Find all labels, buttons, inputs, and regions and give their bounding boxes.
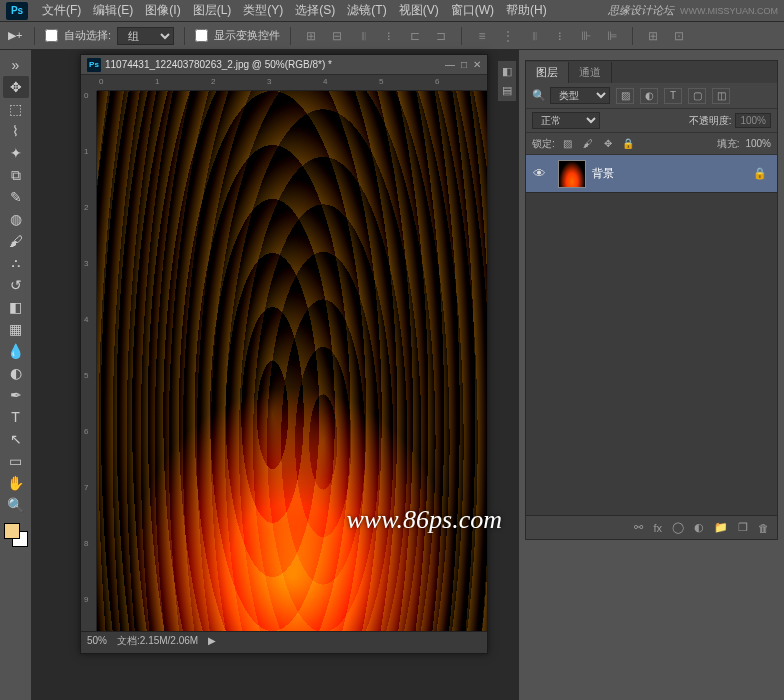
eraser-tool[interactable]: ◧ <box>3 296 29 318</box>
canvas[interactable] <box>97 91 487 631</box>
status-arrow-icon[interactable]: ▶ <box>208 635 216 646</box>
menu-help[interactable]: 帮助(H) <box>500 2 553 19</box>
marquee-tool[interactable]: ⬚ <box>3 98 29 120</box>
tab-layers[interactable]: 图层 <box>526 62 569 83</box>
lock-pixels-icon[interactable]: 🖌 <box>581 138 595 149</box>
menu-image[interactable]: 图像(I) <box>139 2 186 19</box>
color-swatches[interactable] <box>3 522 29 548</box>
align-icon[interactable]: ⫶ <box>379 26 399 46</box>
distribute-icon[interactable]: ⫴ <box>524 26 544 46</box>
document-tab[interactable]: Ps 11074431_122403780263_2.jpg @ 50%(RGB… <box>81 55 487 75</box>
doc-size-label: 文档:2.15M/2.06M <box>117 634 198 648</box>
layer-filter-row: 🔍 类型 ▨ ◐ T ▢ ◫ <box>526 83 777 109</box>
document-window: Ps 11074431_122403780263_2.jpg @ 50%(RGB… <box>80 54 488 654</box>
distribute-icon[interactable]: ⊪ <box>576 26 596 46</box>
visibility-eye-icon[interactable]: 👁 <box>526 166 552 181</box>
menu-view[interactable]: 视图(V) <box>393 2 445 19</box>
filter-smart-icon[interactable]: ◫ <box>712 88 730 104</box>
fill-value[interactable]: 100% <box>745 138 771 149</box>
minimize-icon[interactable]: — <box>445 59 455 70</box>
hand-tool[interactable]: ✋ <box>3 472 29 494</box>
delete-layer-icon[interactable]: 🗑 <box>758 522 769 534</box>
lock-transparency-icon[interactable]: ▨ <box>561 138 575 149</box>
healing-brush-tool[interactable]: ◍ <box>3 208 29 230</box>
dodge-tool[interactable]: ◐ <box>3 362 29 384</box>
shape-tool[interactable]: ▭ <box>3 450 29 472</box>
auto-select-checkbox[interactable] <box>45 29 58 42</box>
pen-tool[interactable]: ✒ <box>3 384 29 406</box>
distribute-icon[interactable]: ≡ <box>472 26 492 46</box>
ps-icon: Ps <box>87 58 101 72</box>
layer-mask-icon[interactable]: ◯ <box>672 521 684 534</box>
new-layer-icon[interactable]: ❐ <box>738 521 748 534</box>
align-icon[interactable]: ⊞ <box>301 26 321 46</box>
flame-image <box>97 91 487 631</box>
history-brush-tool[interactable]: ↺ <box>3 274 29 296</box>
collapsed-panel-icon[interactable]: ◧ <box>502 65 512 78</box>
align-icon[interactable]: ⊐ <box>431 26 451 46</box>
arrange-icon[interactable]: ⊡ <box>669 26 689 46</box>
distribute-icon[interactable]: ⋮ <box>498 26 518 46</box>
menu-window[interactable]: 窗口(W) <box>445 2 500 19</box>
blur-tool[interactable]: 💧 <box>3 340 29 362</box>
adjustment-layer-icon[interactable]: ◐ <box>694 521 704 534</box>
menu-type[interactable]: 类型(Y) <box>237 2 289 19</box>
align-icon[interactable]: ⊟ <box>327 26 347 46</box>
filter-shape-icon[interactable]: ▢ <box>688 88 706 104</box>
filter-pixel-icon[interactable]: ▨ <box>616 88 634 104</box>
type-tool[interactable]: T <box>3 406 29 428</box>
distribute-icon[interactable]: ⊫ <box>602 26 622 46</box>
search-icon[interactable]: 🔍 <box>532 89 544 102</box>
magic-wand-tool[interactable]: ✦ <box>3 142 29 164</box>
ruler-vertical: 0 1 2 3 4 5 6 7 8 9 <box>81 91 97 631</box>
zoom-level[interactable]: 50% <box>87 635 107 646</box>
align-icon[interactable]: ⫴ <box>353 26 373 46</box>
layer-row[interactable]: 👁 背景 🔒 <box>526 155 777 193</box>
layer-name[interactable]: 背景 <box>592 166 614 181</box>
tab-channels[interactable]: 通道 <box>569 62 612 83</box>
menu-edit[interactable]: 编辑(E) <box>87 2 139 19</box>
brush-tool[interactable]: 🖌 <box>3 230 29 252</box>
lasso-tool[interactable]: ⌇ <box>3 120 29 142</box>
distribute-icon[interactable]: ⫶ <box>550 26 570 46</box>
menu-layer[interactable]: 图层(L) <box>187 2 238 19</box>
collapsed-panel-icon[interactable]: ▤ <box>502 84 512 97</box>
lock-position-icon[interactable]: ✥ <box>601 138 615 149</box>
align-icon[interactable]: ⊏ <box>405 26 425 46</box>
crop-tool[interactable]: ⧉ <box>3 164 29 186</box>
expand-toolbox-icon[interactable]: » <box>3 54 29 76</box>
auto-select-dropdown[interactable]: 组 <box>117 27 174 45</box>
layers-panel-footer: ⚯ fx ◯ ◐ 📁 ❐ 🗑 <box>526 515 777 539</box>
eyedropper-tool[interactable]: ✎ <box>3 186 29 208</box>
layer-thumbnail[interactable] <box>558 160 586 188</box>
path-selection-tool[interactable]: ↖ <box>3 428 29 450</box>
maximize-icon[interactable]: □ <box>461 59 467 70</box>
panels-area: ◧ ▤ 图层 通道 🔍 类型 ▨ ◐ T ▢ ◫ 正常 不透明度: 100% <box>518 50 784 700</box>
layers-panel: 图层 通道 🔍 类型 ▨ ◐ T ▢ ◫ 正常 不透明度: 100% 锁定: ▨… <box>525 60 778 540</box>
link-layers-icon[interactable]: ⚯ <box>634 521 643 534</box>
fill-label: 填充: <box>717 137 740 151</box>
move-tool[interactable]: ✥ <box>3 76 29 98</box>
gradient-tool[interactable]: ▦ <box>3 318 29 340</box>
menu-file[interactable]: 文件(F) <box>36 2 87 19</box>
new-group-icon[interactable]: 📁 <box>714 521 728 534</box>
show-transform-checkbox[interactable] <box>195 29 208 42</box>
ruler-horizontal: 0 1 2 3 4 5 6 <box>97 75 487 91</box>
menu-filter[interactable]: 滤镜(T) <box>341 2 392 19</box>
zoom-tool[interactable]: 🔍 <box>3 494 29 516</box>
lock-all-icon[interactable]: 🔒 <box>621 138 635 149</box>
clone-stamp-tool[interactable]: ⛬ <box>3 252 29 274</box>
menu-select[interactable]: 选择(S) <box>289 2 341 19</box>
arrange-icon[interactable]: ⊞ <box>643 26 663 46</box>
filter-type-icon[interactable]: T <box>664 88 682 104</box>
layer-fx-icon[interactable]: fx <box>653 522 662 534</box>
foreground-color-swatch[interactable] <box>4 523 20 539</box>
collapsed-panels[interactable]: ◧ ▤ <box>497 60 517 102</box>
blend-mode-dropdown[interactable]: 正常 <box>532 112 600 129</box>
filter-kind-dropdown[interactable]: 类型 <box>550 87 610 104</box>
close-icon[interactable]: ✕ <box>473 59 481 70</box>
lock-label: 锁定: <box>532 137 555 151</box>
move-tool-icon: ▶+ <box>8 29 24 42</box>
opacity-value[interactable]: 100% <box>735 113 771 128</box>
filter-adjust-icon[interactable]: ◐ <box>640 88 658 104</box>
